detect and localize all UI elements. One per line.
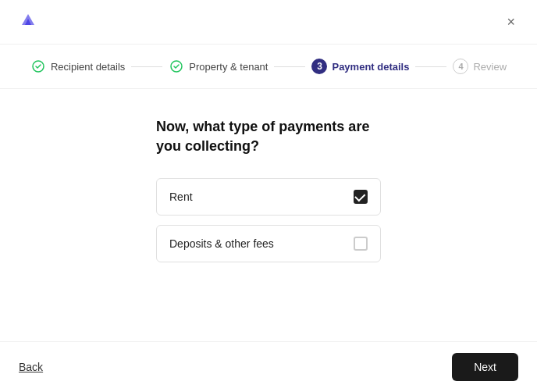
checkbox-rent[interactable] <box>354 190 368 204</box>
stepper: Recipient details Property & tenant 3 Pa… <box>0 45 537 89</box>
question-title: Now, what type of payments are you colle… <box>156 117 381 156</box>
step-property: Property & tenant <box>169 59 268 74</box>
step-divider-3 <box>415 66 446 67</box>
step-label-review: Review <box>473 61 507 73</box>
step-payment: 3 Payment details <box>311 59 409 74</box>
step-label-property: Property & tenant <box>189 61 268 73</box>
step-icon-payment: 3 <box>311 59 327 74</box>
close-button[interactable]: × <box>503 13 518 30</box>
step-divider-1 <box>131 66 162 67</box>
option-rent[interactable]: Rent <box>156 178 381 216</box>
step-icon-recipient <box>30 59 46 74</box>
step-label-payment: Payment details <box>332 61 409 73</box>
option-rent-label: Rent <box>169 191 193 203</box>
back-button[interactable]: Back <box>19 361 43 373</box>
checkbox-deposits[interactable] <box>354 237 368 251</box>
option-deposits[interactable]: Deposits & other fees <box>156 225 381 262</box>
main-content: Now, what type of payments are you colle… <box>0 89 537 290</box>
step-recipient: Recipient details <box>30 59 125 74</box>
step-review: 4 Review <box>453 59 507 74</box>
step-label-recipient: Recipient details <box>51 61 125 73</box>
next-button[interactable]: Next <box>452 353 518 381</box>
step-icon-property <box>169 59 184 74</box>
option-deposits-label: Deposits & other fees <box>169 237 274 250</box>
step-icon-review: 4 <box>453 59 468 74</box>
footer: Back Next <box>0 341 537 392</box>
header: × <box>0 0 537 45</box>
step-divider-2 <box>274 66 305 67</box>
logo <box>19 11 37 33</box>
options-list: Rent Deposits & other fees <box>156 178 381 262</box>
